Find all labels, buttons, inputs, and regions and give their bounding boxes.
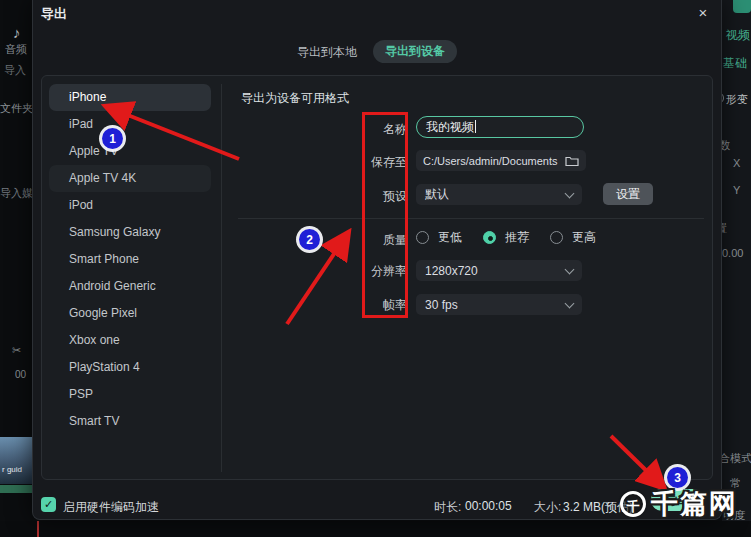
- name-input[interactable]: 我的视频: [416, 116, 584, 138]
- device-item-iphone[interactable]: iPhone: [49, 84, 211, 111]
- bg-accent-pill: [733, 0, 751, 13]
- hw-accel-label: 启用硬件编码加速: [63, 499, 159, 516]
- resolution-label: 分辨率: [307, 263, 407, 280]
- export-button[interactable]: 导出: [651, 489, 704, 511]
- duration-value: 00:00:05: [465, 499, 512, 513]
- timeline-playhead: [37, 521, 39, 537]
- dialog-title: 导出: [41, 5, 67, 23]
- preset-dropdown[interactable]: 默认: [416, 184, 582, 205]
- device-item-samsung-galaxy[interactable]: Samsung Galaxy: [49, 219, 211, 246]
- quality-radio-group: 更低 推荐 更高: [416, 229, 608, 246]
- framerate-label: 帧率: [307, 297, 407, 314]
- device-item-android-generic[interactable]: Android Generic: [49, 273, 211, 300]
- framerate-dropdown[interactable]: 30 fps: [416, 294, 582, 315]
- folder-icon[interactable]: [565, 155, 579, 167]
- tab-export-device[interactable]: 导出到设备: [373, 40, 457, 63]
- bg-label-folder: 文件夹: [0, 101, 33, 116]
- duration-label: 时长:: [434, 499, 461, 516]
- device-item-ipod[interactable]: iPod: [49, 192, 211, 219]
- bg-label-import: 导入: [4, 63, 26, 78]
- preset-value: 默认: [425, 186, 566, 203]
- resolution-value: 1280x720: [425, 264, 566, 278]
- device-item-xbox-one[interactable]: Xbox one: [49, 327, 211, 354]
- device-item-apple-tv[interactable]: Apple TV: [49, 138, 211, 165]
- preset-label: 预设: [307, 188, 407, 205]
- form-header: 导出为设备可用格式: [241, 90, 349, 107]
- radio-quality-low[interactable]: [416, 231, 429, 244]
- close-icon[interactable]: ×: [691, 2, 715, 24]
- timeline-strip: [0, 521, 751, 537]
- radio-quality-high-label[interactable]: 更高: [572, 229, 596, 246]
- bg-label-transform: 形变: [726, 92, 748, 107]
- name-label: 名称: [307, 121, 407, 138]
- settings-button[interactable]: 设置: [603, 183, 653, 205]
- bg-tab-basic: 基础: [723, 55, 747, 72]
- device-list: iPhone iPad Apple TV Apple TV 4K iPod Sa…: [49, 84, 211, 435]
- size-value: 3.2 MB(预估): [563, 499, 633, 516]
- timeline-clip-thumbnail: r guid: [0, 437, 32, 484]
- chevron-down-icon: [565, 264, 575, 274]
- framerate-value: 30 fps: [425, 298, 566, 312]
- radio-quality-recommended-label[interactable]: 推荐: [505, 229, 529, 246]
- panel-divider-horizontal: [238, 218, 704, 219]
- scissors-icon: ✂: [12, 344, 21, 357]
- bg-label-audio: 音频: [5, 42, 27, 57]
- chevron-down-icon: [565, 298, 575, 308]
- save-path-value: C:/Users/admin/Documents: [423, 155, 565, 167]
- music-note-icon: ♪: [13, 24, 21, 41]
- device-item-google-pixel[interactable]: Google Pixel: [49, 300, 211, 327]
- name-value: 我的视频: [426, 120, 474, 134]
- resolution-dropdown[interactable]: 1280x720: [416, 260, 582, 281]
- bg-label-y: Y: [733, 184, 740, 196]
- device-item-playstation-4[interactable]: PlayStation 4: [49, 354, 211, 381]
- bg-label-blend: 合模式: [719, 451, 751, 466]
- export-dialog: 导出 × 导出到本地 导出到设备 iPhone iPad Apple TV Ap…: [32, 0, 722, 520]
- device-item-smart-phone[interactable]: Smart Phone: [49, 246, 211, 273]
- radio-quality-high[interactable]: [550, 231, 563, 244]
- tab-export-local[interactable]: 导出到本地: [297, 42, 357, 62]
- device-item-psp[interactable]: PSP: [49, 381, 211, 408]
- panel-divider-vertical: [221, 84, 222, 472]
- text-caret: [475, 120, 476, 133]
- radio-quality-low-label[interactable]: 更低: [438, 229, 462, 246]
- radio-quality-recommended[interactable]: [483, 231, 496, 244]
- device-item-apple-tv-4k[interactable]: Apple TV 4K: [49, 165, 211, 192]
- hw-accel-checkbox[interactable]: ✓: [41, 497, 56, 512]
- bg-label-x: X: [733, 157, 740, 169]
- device-item-smart-tv[interactable]: Smart TV: [49, 408, 211, 435]
- chevron-down-icon: [565, 188, 575, 198]
- bg-value-zero: 0.00: [722, 247, 743, 259]
- bg-timecode: 00: [15, 369, 26, 380]
- bg-label-video: 视频: [726, 27, 750, 44]
- quality-label: 质量: [307, 232, 407, 249]
- save-to-label: 保存至: [307, 154, 407, 171]
- bg-label-normal: 常: [730, 476, 741, 491]
- size-label: 大小:: [534, 499, 561, 516]
- bg-label-opacity: 明度: [723, 508, 745, 523]
- bg-label-import-media: 导入媒: [0, 186, 33, 201]
- timeline-audio-bar: [0, 485, 32, 493]
- save-path-field[interactable]: C:/Users/admin/Documents: [416, 150, 586, 171]
- device-item-ipad[interactable]: iPad: [49, 111, 211, 138]
